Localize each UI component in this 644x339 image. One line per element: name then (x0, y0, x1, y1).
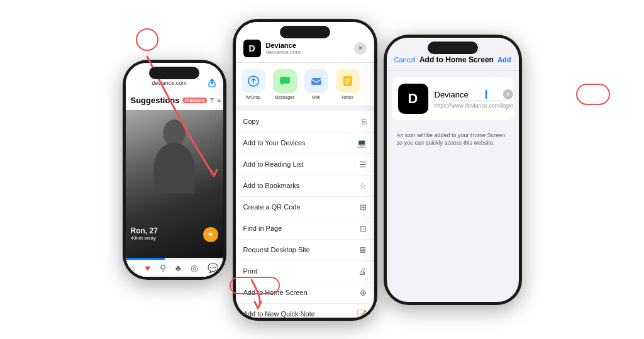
menu-desktop-icon: 🖥 (358, 245, 367, 255)
menu-item-quick-note[interactable]: Add to New Quick Note 📝 (236, 304, 374, 318)
add-home-title: Add to Home Screen (419, 55, 494, 64)
phone-1-screen: deviance.com Suggestions Premium ⇈ ≡ (126, 63, 223, 277)
airdrop-label: AirDrop (246, 95, 261, 99)
menu-home-screen-label: Add to Home Screen (243, 289, 308, 296)
filter-icon[interactable]: ≡ (217, 97, 221, 104)
menu-bookmarks-icon: ☆ (359, 181, 367, 191)
menu-item-qr[interactable]: Create a QR Code ⊞ (236, 197, 374, 218)
circle-add-btn (576, 84, 610, 105)
menu-home-screen-icon: ⊕ (360, 288, 367, 297)
share-apps-row: AirDrop Messages (236, 63, 374, 106)
menu-reading-label: Add to Reading List (243, 160, 304, 168)
phone-1-header: Suggestions Premium ⇈ ≡ (126, 91, 223, 110)
menu-desktop-label: Request Desktop Site (243, 246, 310, 253)
menu-copy-label: Copy (243, 118, 260, 125)
menu-item-bookmarks[interactable]: Add to Bookmarks ☆ (236, 175, 374, 197)
app-name-input-row: Deviance ✕ (435, 88, 514, 101)
header-icons: ⇈ ≡ (209, 94, 223, 107)
star-button[interactable]: ★ (203, 227, 218, 242)
phone-3-screen: Cancel Add to Home Screen Add D Deviance… (387, 38, 519, 302)
phone-2-screen: D Deviance deviance.com ✕ (236, 22, 374, 318)
close-share-sheet-button[interactable]: ✕ (354, 42, 367, 55)
airdrop-icon (242, 69, 265, 93)
phone-3: Cancel Add to Home Screen Add D Deviance… (384, 35, 522, 305)
messages-icon (273, 69, 297, 93)
notch-1 (149, 67, 199, 79)
add-button[interactable]: Add (497, 56, 511, 64)
menu-qr-label: Create a QR Code (243, 203, 301, 211)
share-menu: Copy ⎘ Add to Your Devices 💻 Add to Read… (236, 111, 374, 318)
nav-search[interactable]: ⚲ (160, 263, 166, 273)
menu-print-label: Print (243, 267, 258, 275)
nav-heart[interactable]: ♥ (145, 263, 150, 273)
suggestions-title: Suggestions (131, 96, 180, 105)
profile-distance: 49km away (131, 235, 158, 241)
menu-copy-icon: ⎘ (362, 117, 367, 126)
menu-qr-icon: ⊞ (360, 203, 367, 212)
mail-app[interactable]: Mail (304, 69, 329, 99)
app-icon-large: D (398, 84, 428, 114)
notes-label: Notes (341, 95, 353, 99)
notch-2 (280, 26, 330, 38)
profile-card: Ron, 27 49km away ★ (126, 110, 223, 260)
menu-item-home-screen[interactable]: Add to Home Screen ⊕ (236, 282, 374, 304)
airdrop-app[interactable]: AirDrop (241, 69, 266, 99)
share-site-url: deviance.com (266, 49, 349, 55)
phone-1-content: deviance.com Suggestions Premium ⇈ ≡ (126, 63, 223, 277)
notes-icon (336, 69, 360, 93)
svg-rect-3 (311, 78, 321, 85)
profile-info: Ron, 27 49km away (131, 226, 158, 241)
menu-print-icon: 🖨 (358, 267, 367, 276)
share-sheet-title: Deviance deviance.com (266, 42, 349, 55)
menu-quick-note-icon: 📝 (357, 309, 367, 318)
phone-2: D Deviance deviance.com ✕ (233, 19, 377, 321)
nav-radio[interactable]: ◎ (191, 263, 198, 273)
nav-clover[interactable]: ♣ (175, 263, 181, 273)
nav-chat[interactable]: 💬 (208, 263, 218, 273)
progress-bar (126, 258, 165, 260)
phone-1-nav: ⌂ ♥ ⚲ ♣ ◎ 💬 (126, 260, 223, 277)
mail-icon (304, 69, 328, 93)
app-name-text[interactable]: Deviance (435, 90, 469, 99)
clear-field-button[interactable]: ✕ (503, 89, 513, 99)
share-button-phone1[interactable] (207, 78, 217, 88)
svg-rect-2 (280, 77, 290, 84)
phone-2-content: D Deviance deviance.com ✕ (236, 22, 374, 318)
add-home-form: D Deviance ✕ https://www.deviance.com/lo… (392, 77, 514, 120)
messages-app[interactable]: Messages (272, 69, 297, 99)
scene: deviance.com Suggestions Premium ⇈ ≡ (0, 0, 644, 339)
menu-find-label: Find in Page (243, 225, 282, 232)
cancel-button[interactable]: Cancel (394, 56, 416, 64)
app-name-field: Deviance ✕ https://www.deviance.com/logi… (435, 88, 514, 109)
menu-devices-label: Add to Your Devices (243, 139, 306, 147)
menu-item-copy[interactable]: Copy ⎘ (236, 111, 374, 133)
messages-label: Messages (275, 95, 295, 99)
url-text: deviance.com (132, 80, 207, 86)
premium-badge: Premium (182, 97, 208, 103)
menu-item-desktop[interactable]: Request Desktop Site 🖥 (236, 240, 374, 261)
circle-share-btn (136, 28, 158, 51)
menu-find-icon: ⊡ (360, 224, 367, 233)
mail-label: Mail (312, 95, 320, 99)
deviance-icon-sm: D (243, 40, 261, 57)
menu-reading-icon: ☰ (359, 160, 367, 169)
add-home-description: An icon will be added to your Home Scree… (387, 126, 519, 152)
menu-devices-icon: 💻 (357, 138, 367, 148)
menu-item-print[interactable]: Print 🖨 (236, 261, 374, 282)
menu-quick-note-label: Add to New Quick Note (243, 310, 315, 318)
menu-bookmarks-label: Add to Bookmarks (243, 182, 300, 189)
notch-3 (428, 42, 478, 54)
phone-1: deviance.com Suggestions Premium ⇈ ≡ (123, 60, 226, 280)
nav-home[interactable]: ⌂ (130, 263, 135, 273)
app-url-display: https://www.deviance.com/login (435, 103, 514, 109)
menu-item-devices[interactable]: Add to Your Devices 💻 (236, 133, 374, 154)
menu-item-find[interactable]: Find in Page ⊡ (236, 218, 374, 240)
text-cursor (486, 90, 487, 99)
notes-app[interactable]: Notes (335, 69, 360, 99)
progress-bar-container (126, 258, 223, 260)
profile-name: Ron, 27 (131, 226, 158, 235)
menu-item-reading-list[interactable]: Add to Reading List ☰ (236, 154, 374, 175)
add-to-home-content: Cancel Add to Home Screen Add D Deviance… (387, 38, 519, 302)
share-icon[interactable]: ⇈ (209, 97, 214, 104)
share-site-name: Deviance (266, 42, 349, 49)
